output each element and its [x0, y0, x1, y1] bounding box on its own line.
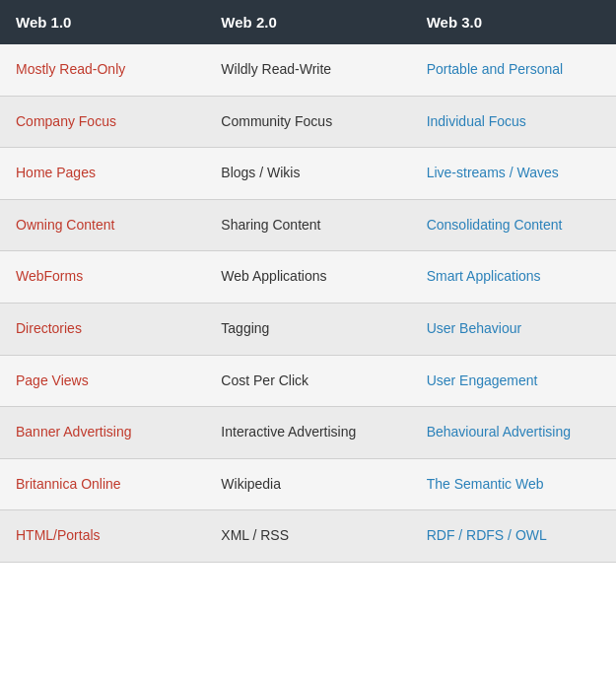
cell-web1: Banner Advertising	[0, 407, 205, 458]
cell-web3: Live-streams / Waves	[411, 148, 616, 199]
table-row: Company FocusCommunity FocusIndividual F…	[0, 97, 616, 149]
header-web1: Web 1.0	[0, 0, 205, 44]
cell-web1: Company Focus	[0, 97, 205, 148]
cell-web3: The Semantic Web	[411, 459, 616, 510]
comparison-table: Web 1.0 Web 2.0 Web 3.0 Mostly Read-Only…	[0, 0, 616, 563]
cell-web3: Consolidating Content	[411, 200, 616, 251]
cell-web2: Wildly Read-Write	[205, 44, 410, 96]
table-row: DirectoriesTaggingUser Behaviour	[0, 304, 616, 356]
table-row: Owning ContentSharing ContentConsolidati…	[0, 200, 616, 252]
cell-web1: Directories	[0, 304, 205, 355]
table-header: Web 1.0 Web 2.0 Web 3.0	[0, 0, 616, 44]
cell-web2: Wikipedia	[205, 459, 410, 510]
cell-web3: User Engagement	[411, 356, 616, 407]
cell-web2: XML / RSS	[205, 510, 410, 562]
cell-web1: Owning Content	[0, 200, 205, 251]
cell-web3: Individual Focus	[411, 97, 616, 148]
cell-web1: Home Pages	[0, 148, 205, 199]
cell-web3: Smart Applications	[411, 251, 616, 303]
table-row: WebFormsWeb ApplicationsSmart Applicatio…	[0, 251, 616, 304]
cell-web1: WebForms	[0, 251, 205, 303]
cell-web3: Portable and Personal	[411, 44, 616, 96]
cell-web3: Behavioural Advertising	[411, 407, 616, 458]
table-row: Home PagesBlogs / WikisLive-streams / Wa…	[0, 148, 616, 200]
table-row: Mostly Read-OnlyWildly Read-WritePortabl…	[0, 44, 616, 97]
table-row: Page ViewsCost Per ClickUser Engagement	[0, 356, 616, 408]
cell-web3: User Behaviour	[411, 304, 616, 355]
cell-web2: Interactive Advertising	[205, 407, 410, 458]
cell-web2: Community Focus	[205, 97, 410, 148]
cell-web2: Tagging	[205, 304, 410, 355]
table-row: HTML/PortalsXML / RSSRDF / RDFS / OWL	[0, 510, 616, 563]
cell-web1: Mostly Read-Only	[0, 44, 205, 96]
table-body: Mostly Read-OnlyWildly Read-WritePortabl…	[0, 44, 616, 563]
cell-web2: Web Applications	[205, 251, 410, 303]
cell-web3: RDF / RDFS / OWL	[411, 510, 616, 562]
header-web3: Web 3.0	[411, 0, 616, 44]
cell-web1: Britannica Online	[0, 459, 205, 510]
cell-web2: Cost Per Click	[205, 356, 410, 407]
header-web2: Web 2.0	[205, 0, 410, 44]
table-row: Banner AdvertisingInteractive Advertisin…	[0, 407, 616, 459]
cell-web2: Sharing Content	[205, 200, 410, 251]
cell-web2: Blogs / Wikis	[205, 148, 410, 199]
cell-web1: Page Views	[0, 356, 205, 407]
table-row: Britannica OnlineWikipediaThe Semantic W…	[0, 459, 616, 511]
cell-web1: HTML/Portals	[0, 510, 205, 562]
